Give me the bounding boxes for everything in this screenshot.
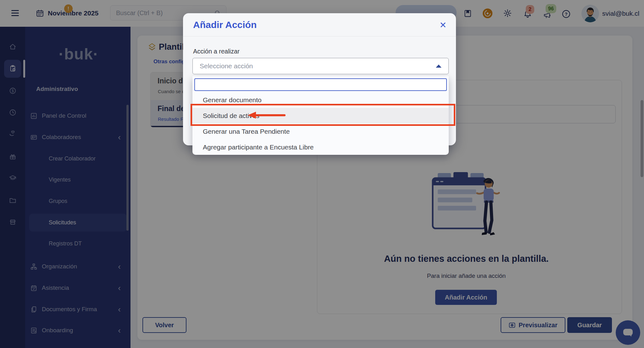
action-select[interactable]: Seleccione acción [192, 58, 449, 74]
annotation-highlight-box [191, 104, 455, 126]
close-icon[interactable]: ✕ [439, 20, 447, 30]
modal-title: Añadir Acción [193, 20, 257, 30]
dropdown-search-input[interactable] [194, 78, 447, 91]
app-window: Noviembre 2025 ! 2 96 ? [0, 0, 644, 348]
option-generar-tarea-pendiente[interactable]: Generar una Tarea Pendiente [192, 124, 449, 139]
action-field-label: Acción a realizar [193, 48, 240, 55]
chevron-up-icon [436, 65, 441, 68]
option-agregar-participante[interactable]: Agregar participante a Encuesta Libre [192, 139, 449, 155]
select-placeholder: Seleccione acción [200, 62, 253, 70]
annotation-arrow-icon [248, 111, 287, 120]
